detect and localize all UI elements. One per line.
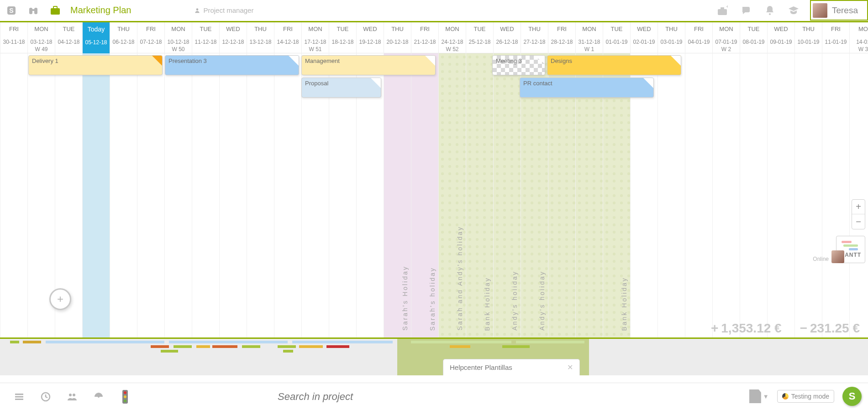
zoom-out-button[interactable]: −: [852, 214, 865, 229]
day-header[interactable]: THU06-12-18: [110, 22, 137, 53]
user-menu[interactable]: Teresa: [810, 0, 868, 21]
topbar: S Marketing Plan Project manager + Teres…: [0, 0, 868, 21]
day-header[interactable]: WED19-12-18: [356, 22, 384, 53]
day-header[interactable]: WED02-01-19: [630, 22, 658, 53]
day-column: [740, 53, 767, 337]
day-header[interactable]: THU27-12-18: [521, 22, 548, 53]
day-column: Sarah and Andy's holiday: [438, 53, 466, 337]
day-header[interactable]: THU03-01-19: [658, 22, 685, 53]
day-column: [137, 53, 164, 337]
day-header[interactable]: FRI14-12-18: [274, 22, 301, 53]
online-avatar[interactable]: [831, 250, 844, 263]
time-icon[interactable]: [39, 390, 52, 403]
day-header[interactable]: FRI07-12-18: [137, 22, 164, 53]
day-header[interactable]: MO14-01W 3: [849, 22, 868, 53]
bell-icon[interactable]: [763, 3, 777, 18]
task-bar-meeting3[interactable]: Meeting 3: [492, 55, 545, 75]
day-column: [0, 53, 27, 337]
day-header[interactable]: Today05-12-18: [82, 22, 110, 53]
day-column: [110, 53, 137, 337]
testing-mode-label: Testing mode: [791, 393, 829, 400]
help-tab-label: Helpcenter Plantillas: [450, 363, 512, 371]
binoculars-icon[interactable]: [26, 4, 40, 17]
task-bar-management[interactable]: Management: [301, 55, 436, 75]
day-header[interactable]: TUE11-12-18: [192, 22, 219, 53]
holiday-label: Andy's holiday: [538, 270, 546, 331]
chat-icon[interactable]: [739, 3, 753, 18]
day-header[interactable]: FRI11-01-19: [822, 22, 849, 53]
day-header[interactable]: FRI28-12-18: [548, 22, 575, 53]
svg-rect-6: [53, 6, 57, 9]
task-bar-proposal[interactable]: Proposal: [301, 78, 381, 98]
day-header[interactable]: THU20-12-18: [384, 22, 411, 53]
project-title[interactable]: Marketing Plan: [70, 5, 131, 16]
day-header[interactable]: WED12-12-18: [219, 22, 247, 53]
day-column: [794, 53, 822, 337]
new-project-icon[interactable]: +: [715, 3, 730, 18]
mini-timeline[interactable]: [0, 339, 868, 375]
testing-indicator-icon: [782, 393, 789, 400]
day-header[interactable]: FRI21-12-18: [411, 22, 438, 53]
brand-badge-icon[interactable]: S: [842, 387, 862, 406]
holiday-label: Andy's holiday: [511, 270, 518, 331]
day-header[interactable]: FRI30-11-18: [0, 22, 27, 53]
day-column: [82, 53, 110, 337]
svg-rect-5: [51, 8, 60, 15]
svg-point-22: [124, 400, 126, 402]
add-task-button[interactable]: [49, 288, 71, 310]
day-header[interactable]: MON10-12-18W 50: [164, 22, 192, 53]
day-header[interactable]: TUE25-12-18: [466, 22, 493, 53]
testing-mode-button[interactable]: Testing mode: [777, 390, 834, 403]
avatar: [813, 3, 827, 18]
day-header[interactable]: WED09-01-19: [767, 22, 794, 53]
summary-plus: +1,353.12 €: [711, 321, 782, 336]
task-label: Proposal: [305, 80, 328, 87]
holiday-label: Sarah's Holiday: [401, 265, 409, 331]
day-header[interactable]: MON17-12-18W 51: [301, 22, 329, 53]
day-column: Andy's holiday: [493, 53, 521, 337]
close-icon[interactable]: ✕: [567, 363, 573, 372]
task-bar-presentation3[interactable]: Presentation 3: [165, 55, 299, 75]
day-header[interactable]: MON07-01-19W 2: [712, 22, 740, 53]
app-logo-icon[interactable]: S: [5, 4, 18, 17]
day-header[interactable]: TUE01-01-19: [603, 22, 630, 53]
day-header[interactable]: TUE08-01-19: [740, 22, 767, 53]
document-menu[interactable]: ▼: [749, 389, 769, 403]
day-header[interactable]: TUE04-12-18: [55, 22, 82, 53]
day-header[interactable]: FRI04-01-19: [685, 22, 712, 53]
day-header[interactable]: THU10-01-19: [794, 22, 822, 53]
day-column: Sarah's Holiday: [384, 53, 411, 337]
svg-rect-4: [32, 9, 35, 11]
briefcase-icon[interactable]: [48, 4, 62, 17]
list-view-icon[interactable]: [13, 390, 26, 403]
gantt-chart[interactable]: Bank HolidayAndy's holidayAndy's holiday…: [0, 53, 868, 337]
svg-rect-9: [721, 7, 724, 10]
day-header[interactable]: MON31-12-18W 1: [575, 22, 603, 53]
day-header[interactable]: THU13-12-18: [247, 22, 274, 53]
caret-down-icon: ▼: [763, 393, 769, 400]
search-input[interactable]: [278, 391, 396, 403]
day-header[interactable]: TUE18-12-18: [329, 22, 356, 53]
traffic-light-icon[interactable]: [119, 390, 132, 403]
task-bar-designs[interactable]: Designs: [547, 55, 681, 75]
task-bar-delivery1[interactable]: Delivery 1: [28, 55, 163, 75]
task-bar-prcontact[interactable]: PR contact: [520, 78, 654, 98]
team-icon[interactable]: [66, 390, 79, 403]
day-column: [822, 53, 849, 337]
user-name: Teresa: [832, 5, 858, 16]
svg-rect-14: [15, 399, 23, 400]
svg-point-21: [124, 395, 126, 398]
help-tab[interactable]: Helpcenter Plantillas ✕: [443, 359, 580, 375]
dashboard-icon[interactable]: [92, 390, 105, 403]
day-header[interactable]: MON24-12-18W 52: [438, 22, 466, 53]
zoom-in-button[interactable]: +: [852, 200, 865, 214]
day-column: [192, 53, 219, 337]
svg-rect-2: [29, 8, 32, 14]
svg-point-16: [69, 394, 72, 396]
zoom-controls: + −: [852, 199, 865, 229]
day-header[interactable]: MON03-12-18W 49: [27, 22, 55, 53]
graduation-icon[interactable]: [786, 3, 801, 18]
calendar-header[interactable]: FRI30-11-18MON03-12-18W 49TUE04-12-18Tod…: [0, 22, 868, 53]
day-header[interactable]: WED26-12-18: [493, 22, 521, 53]
task-label: Presentation 3: [168, 57, 207, 64]
